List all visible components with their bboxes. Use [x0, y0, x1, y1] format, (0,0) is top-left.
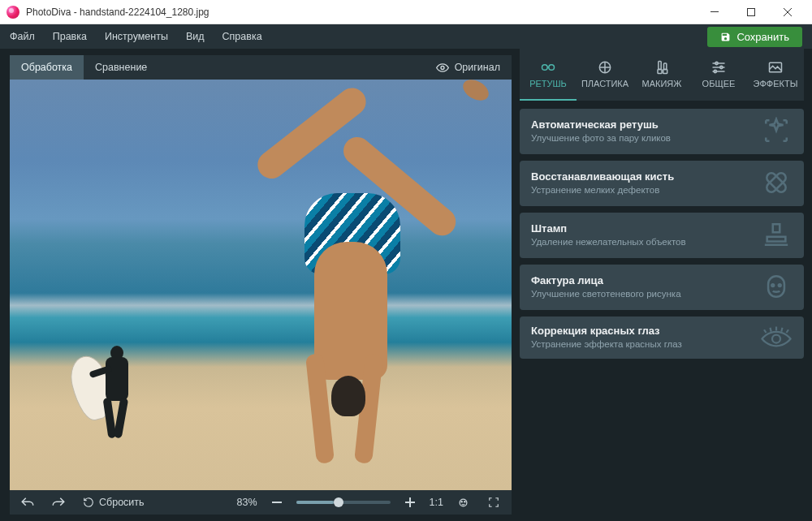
canvas-decor: [83, 346, 148, 443]
zoom-value: 83%: [237, 497, 257, 508]
svg-point-33: [779, 284, 781, 286]
tool-face-texture[interactable]: Фактура лица Улучшение светотеневого рис…: [520, 265, 804, 310]
right-pane: РЕТУШЬ ПЛАСТИКА МАКИЯЖ ОБЩЕЕ ЭФФЕКТЫ: [520, 49, 812, 521]
save-icon: [720, 32, 731, 42]
svg-point-34: [772, 335, 780, 343]
window-controls: [696, 1, 806, 24]
menubar: Файл Правка Инструменты Вид Справка Сохр…: [0, 24, 812, 49]
window-minimize-button[interactable]: [696, 1, 732, 24]
face-icon: [760, 273, 793, 300]
tool-auto-retouch[interactable]: Автоматическая ретушь Улучшение фото за …: [520, 109, 804, 154]
menu-file[interactable]: Файл: [10, 31, 35, 42]
reset-button-label: Сбросить: [99, 497, 145, 508]
left-tabbar: Обработка Сравнение Оригинал: [10, 55, 512, 80]
tool-title: Фактура лица: [531, 274, 681, 286]
mode-tabbar: РЕТУШЬ ПЛАСТИКА МАКИЯЖ ОБЩЕЕ ЭФФЕКТЫ: [520, 49, 804, 101]
tool-title: Коррекция красных глаз: [531, 325, 682, 337]
app-root: Файл Правка Инструменты Вид Справка Сохр…: [0, 24, 812, 521]
redo-button[interactable]: [47, 492, 70, 513]
tool-desc: Удаление нежелательных объектов: [531, 237, 686, 247]
svg-rect-31: [768, 276, 784, 297]
image-canvas[interactable]: [10, 80, 512, 490]
mode-tab-liquify[interactable]: ПЛАСТИКА: [577, 49, 633, 101]
svg-point-4: [441, 66, 444, 69]
svg-point-8: [460, 499, 467, 506]
tool-title: Автоматическая ретушь: [531, 118, 671, 131]
effects-icon: [767, 59, 784, 75]
reset-button[interactable]: Сбросить: [78, 497, 149, 508]
reset-icon: [83, 497, 94, 508]
mode-tab-label: МАКИЯЖ: [642, 79, 682, 88]
tool-desc: Устранение эффекта красных глаз: [531, 339, 682, 349]
svg-rect-20: [663, 70, 667, 74]
tab-compare[interactable]: Сравнение: [84, 55, 158, 80]
window-maximize-button[interactable]: [732, 1, 769, 24]
svg-line-35: [764, 329, 767, 333]
tool-desc: Улучшение фото за пару кликов: [531, 133, 671, 143]
tool-healing-brush[interactable]: Восстанавливающая кисть Устранение мелки…: [520, 161, 804, 206]
mode-tab-label: ПЛАСТИКА: [581, 79, 628, 88]
eye-icon: [436, 63, 449, 72]
eye-rays-icon: [760, 325, 793, 348]
tab-processing[interactable]: Обработка: [10, 55, 84, 80]
app-logo: [6, 6, 19, 19]
mode-tab-general[interactable]: ОБЩЕЕ: [690, 49, 747, 101]
retouch-icon: [540, 59, 556, 75]
svg-point-10: [464, 501, 464, 502]
zoom-out-button[interactable]: [266, 492, 288, 513]
window-title: PhotoDiva - handstand-2224104_1280.jpg: [26, 6, 696, 18]
svg-line-38: [781, 328, 782, 332]
save-button[interactable]: Сохранить: [707, 27, 802, 47]
tool-desc: Улучшение светотеневого рисунка: [531, 289, 681, 299]
menu-instruments[interactable]: Инструменты: [105, 31, 168, 42]
tool-list: Автоматическая ретушь Улучшение фото за …: [520, 101, 804, 367]
svg-point-9: [461, 501, 462, 502]
menu-view[interactable]: Вид: [186, 31, 205, 42]
svg-point-12: [549, 65, 555, 71]
tool-clone-stamp[interactable]: Штамп Удаление нежелательных объектов: [520, 213, 804, 258]
minus-icon: [272, 502, 282, 503]
workspace: Обработка Сравнение Оригинал: [0, 49, 812, 521]
original-toggle-label: Оригинал: [455, 62, 500, 73]
canvas-bottombar: Сбросить 83% 1:1: [10, 490, 512, 515]
stamp-icon: [760, 221, 793, 248]
menu-help[interactable]: Справка: [222, 31, 262, 42]
view-tabs: Обработка Сравнение: [10, 55, 158, 80]
svg-line-39: [787, 329, 789, 333]
fullscreen-button[interactable]: [482, 492, 505, 513]
svg-rect-17: [659, 62, 661, 70]
liquify-icon: [597, 59, 613, 75]
face-fit-icon: [457, 497, 469, 509]
undo-icon: [20, 497, 35, 508]
menubar-left: Файл Правка Инструменты Вид Справка: [10, 31, 262, 42]
tool-title: Восстанавливающая кисть: [531, 170, 674, 183]
window-close-button[interactable]: [769, 1, 806, 24]
svg-point-11: [542, 65, 548, 71]
fit-to-screen-button[interactable]: [451, 492, 474, 513]
svg-line-36: [771, 328, 771, 332]
svg-point-32: [771, 284, 774, 286]
mode-tab-label: РЕТУШЬ: [529, 79, 567, 88]
mode-tab-label: ЭФФЕКТЫ: [754, 79, 798, 88]
svg-rect-1: [747, 8, 754, 15]
left-pane: Обработка Сравнение Оригинал: [0, 49, 520, 521]
original-toggle[interactable]: Оригинал: [425, 62, 512, 73]
plus-icon: [405, 497, 415, 507]
menu-edit[interactable]: Правка: [53, 31, 87, 42]
undo-button[interactable]: [16, 492, 39, 513]
fullscreen-icon: [488, 497, 499, 508]
redo-icon: [51, 497, 66, 508]
makeup-icon: [654, 59, 670, 75]
tool-desc: Устранение мелких дефектов: [531, 185, 674, 195]
tool-red-eye[interactable]: Коррекция красных глаз Устранение эффект…: [520, 316, 804, 359]
zoom-1to1-button[interactable]: 1:1: [430, 497, 443, 508]
mode-tab-effects[interactable]: ЭФФЕКТЫ: [747, 49, 804, 101]
bandage-icon: [760, 169, 793, 196]
save-button-label: Сохранить: [736, 31, 789, 43]
zoom-in-button[interactable]: [399, 492, 421, 513]
zoom-slider[interactable]: [296, 501, 391, 504]
sliders-icon: [710, 59, 727, 75]
mode-tab-retouch[interactable]: РЕТУШЬ: [520, 49, 577, 101]
mode-tab-makeup[interactable]: МАКИЯЖ: [633, 49, 690, 101]
tool-title: Штамп: [531, 222, 686, 235]
